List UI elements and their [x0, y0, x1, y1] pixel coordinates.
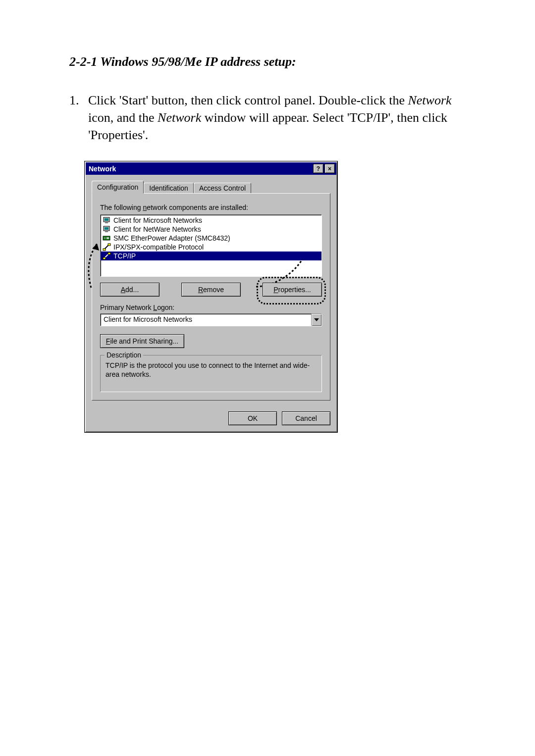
add-button[interactable]: Add...: [100, 283, 160, 297]
tab-identification[interactable]: Identification: [144, 183, 194, 193]
step-number: 1.: [69, 92, 88, 144]
tab-strip: Configuration Identification Access Cont…: [92, 181, 330, 193]
dialog-title: Network: [89, 165, 116, 173]
svg-marker-15: [92, 244, 99, 251]
close-button[interactable]: ×: [324, 164, 335, 173]
logon-label: Primary Network Logon:: [100, 303, 322, 311]
svg-rect-11: [108, 244, 110, 246]
section-heading: 2-2-1 Windows 95/98/Me IP address setup:: [69, 54, 471, 69]
properties-button[interactable]: Properties...: [263, 283, 322, 297]
description-group: Description TCP/IP is the protocol you u…: [100, 355, 322, 392]
help-button[interactable]: ?: [313, 164, 323, 173]
svg-rect-14: [108, 252, 110, 254]
list-item[interactable]: IPX/SPX-compatible Protocol: [101, 243, 321, 252]
chevron-down-icon: [314, 318, 319, 321]
svg-rect-7: [104, 237, 106, 239]
file-print-sharing-button[interactable]: File and Print Sharing...: [100, 334, 184, 348]
ok-button[interactable]: OK: [228, 411, 277, 425]
svg-rect-10: [103, 249, 106, 251]
combo-value: Client for Microsoft Networks: [101, 314, 311, 326]
svg-marker-16: [314, 318, 319, 321]
components-listbox[interactable]: Client for Microsoft Networks Client for…: [100, 214, 322, 277]
step-1: 1. Click 'Start' button, then click cont…: [69, 92, 471, 144]
step-text: Click 'Start' button, then click control…: [88, 92, 471, 144]
list-item[interactable]: Client for Microsoft Networks: [101, 216, 321, 225]
components-label: The following network components are ins…: [100, 203, 322, 211]
network-dialog: Network ? × Configuration Identification…: [84, 161, 338, 433]
tab-access-control[interactable]: Access Control: [194, 183, 251, 193]
tab-configuration[interactable]: Configuration: [92, 181, 144, 194]
svg-rect-8: [107, 237, 109, 239]
svg-rect-1: [105, 218, 108, 221]
list-item[interactable]: Client for NetWare Networks: [101, 225, 321, 234]
svg-rect-5: [105, 231, 108, 232]
remove-button[interactable]: Remove: [181, 283, 241, 297]
client-icon: [103, 216, 111, 224]
dropdown-button[interactable]: [311, 314, 321, 326]
titlebar: Network ? ×: [86, 162, 336, 175]
description-legend: Description: [105, 351, 143, 359]
svg-rect-13: [103, 257, 106, 259]
client-icon: [103, 225, 111, 233]
list-item[interactable]: SMC EtherPower Adapter (SMC8432): [101, 234, 321, 243]
description-text: TCP/IP is the protocol you use to connec…: [106, 359, 317, 379]
list-item-selected[interactable]: TCP/IP: [101, 252, 321, 260]
primary-logon-combobox[interactable]: Client for Microsoft Networks: [100, 313, 322, 326]
svg-rect-4: [105, 227, 108, 230]
svg-rect-2: [105, 222, 108, 223]
protocol-icon: [103, 243, 111, 251]
tab-panel-configuration: The following network components are ins…: [92, 193, 330, 401]
protocol-icon: [103, 252, 111, 260]
adapter-icon: [103, 234, 111, 242]
cancel-button[interactable]: Cancel: [282, 411, 330, 425]
